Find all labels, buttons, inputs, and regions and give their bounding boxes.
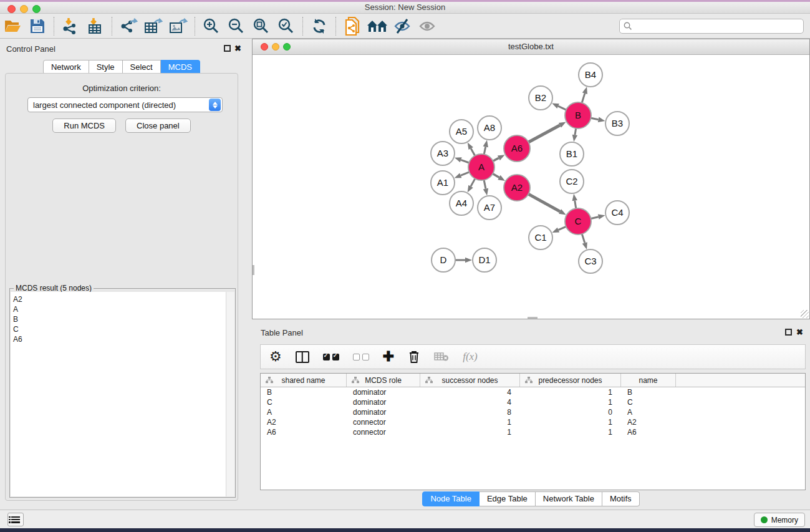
tab-node-table[interactable]: Node Table bbox=[422, 491, 480, 506]
select-all-checkboxes-icon[interactable] bbox=[323, 354, 339, 360]
graph-edge[interactable] bbox=[493, 158, 499, 161]
table-cell[interactable]: dominator bbox=[347, 387, 420, 397]
float-panel-icon[interactable] bbox=[224, 45, 231, 52]
table-cell[interactable]: A bbox=[261, 407, 347, 417]
close-panel-icon[interactable]: ✖ bbox=[234, 44, 241, 53]
table-row[interactable]: Cdominator41C bbox=[261, 397, 805, 407]
column-header[interactable]: predecessor nodes bbox=[520, 374, 621, 387]
memory-button[interactable]: Memory bbox=[754, 513, 805, 527]
table-cell[interactable]: 1 bbox=[520, 417, 621, 427]
export-image-icon[interactable] bbox=[166, 16, 191, 37]
tab-edge-table[interactable]: Edge Table bbox=[480, 491, 536, 506]
graph-edge[interactable] bbox=[582, 94, 585, 103]
delete-table-icon[interactable] bbox=[434, 352, 449, 362]
table-cell[interactable]: connector bbox=[347, 417, 420, 427]
table-cell[interactable]: C bbox=[621, 397, 676, 407]
graph-edge[interactable] bbox=[575, 128, 576, 135]
network-canvas[interactable]: B4B2BB3B1A6A5A8A3AA1A4A7A2C2CC4C1C3DD1 bbox=[253, 55, 809, 319]
table-cell[interactable]: A6 bbox=[261, 427, 347, 437]
table-cell[interactable]: dominator bbox=[347, 397, 420, 407]
zoom-out-icon[interactable] bbox=[224, 16, 249, 37]
function-builder-icon[interactable]: f(x) bbox=[463, 351, 478, 363]
zoom-fit-icon[interactable] bbox=[249, 16, 274, 37]
graph-edge[interactable] bbox=[558, 106, 566, 110]
table-cell[interactable]: A2 bbox=[621, 417, 676, 427]
export-network-icon[interactable] bbox=[116, 16, 141, 37]
table-row[interactable]: A6connector11A6 bbox=[261, 427, 805, 437]
table-cell[interactable]: connector bbox=[347, 427, 420, 437]
close-panel-button[interactable]: Close panel bbox=[125, 118, 191, 133]
graph-edge[interactable] bbox=[591, 217, 598, 219]
table-row[interactable]: Bdominator41B bbox=[261, 387, 805, 397]
graph-edge[interactable] bbox=[493, 174, 499, 178]
table-cell[interactable]: B bbox=[261, 387, 347, 397]
list-item[interactable]: B bbox=[13, 314, 234, 324]
graph-edge[interactable] bbox=[484, 147, 485, 154]
run-mcds-button[interactable]: Run MCDS bbox=[52, 118, 116, 133]
list-item[interactable]: A2 bbox=[13, 294, 234, 304]
graph-edge[interactable] bbox=[528, 194, 560, 211]
split-column-icon[interactable] bbox=[296, 351, 309, 363]
column-header[interactable]: successor nodes bbox=[420, 374, 520, 387]
table-cell[interactable]: 1 bbox=[420, 427, 520, 437]
tab-motifs[interactable]: Motifs bbox=[602, 491, 640, 506]
export-table-icon[interactable] bbox=[141, 16, 166, 37]
zoom-selected-icon[interactable] bbox=[274, 16, 299, 37]
table-cell[interactable]: B bbox=[621, 387, 676, 397]
list-item[interactable]: A6 bbox=[13, 334, 234, 344]
graph-edge[interactable] bbox=[484, 180, 486, 189]
import-network-icon[interactable] bbox=[58, 16, 83, 37]
gear-icon[interactable]: ⚙ bbox=[269, 350, 282, 364]
criterion-dropdown[interactable]: largest connected component (directed) bbox=[27, 97, 223, 112]
float-panel-icon[interactable] bbox=[785, 329, 792, 336]
vertical-scrollbar-thumb[interactable] bbox=[253, 265, 254, 275]
table-cell[interactable]: 4 bbox=[420, 397, 520, 407]
show-all-icon[interactable] bbox=[415, 16, 440, 37]
zoom-in-icon[interactable] bbox=[199, 16, 224, 37]
search-field[interactable] bbox=[619, 19, 804, 34]
graph-edge[interactable] bbox=[575, 201, 576, 209]
table-cell[interactable]: 8 bbox=[420, 407, 520, 417]
open-folder-icon[interactable] bbox=[0, 16, 25, 37]
list-item[interactable]: C bbox=[13, 324, 234, 334]
first-neighbors-icon[interactable] bbox=[365, 16, 390, 37]
graph-edge[interactable] bbox=[461, 172, 470, 176]
table-cell[interactable]: A6 bbox=[621, 427, 676, 437]
table-row[interactable]: A2connector11A2 bbox=[261, 417, 805, 427]
table-cell[interactable]: 0 bbox=[520, 407, 621, 417]
table-cell[interactable]: 1 bbox=[420, 417, 520, 427]
table-cell[interactable]: 1 bbox=[520, 427, 621, 437]
list-item[interactable]: A bbox=[13, 304, 234, 314]
table-cell[interactable]: C bbox=[261, 397, 347, 407]
close-panel-icon[interactable]: ✖ bbox=[796, 327, 803, 337]
table-cell[interactable]: 1 bbox=[520, 387, 621, 397]
resize-grip[interactable] bbox=[801, 310, 809, 318]
table-cell[interactable]: A bbox=[621, 407, 676, 417]
add-column-icon[interactable]: ✚ bbox=[383, 350, 394, 364]
tab-network-table[interactable]: Network Table bbox=[536, 491, 602, 506]
column-header[interactable]: name bbox=[621, 374, 676, 387]
graph-edge[interactable] bbox=[471, 178, 475, 186]
graph-edge[interactable] bbox=[528, 125, 560, 142]
hide-selected-icon[interactable] bbox=[390, 16, 415, 37]
scrollbar-track[interactable] bbox=[226, 292, 234, 496]
horizontal-scrollbar-thumb[interactable] bbox=[528, 317, 538, 319]
search-input[interactable] bbox=[635, 22, 803, 31]
save-icon[interactable] bbox=[25, 16, 50, 37]
delete-column-icon[interactable] bbox=[408, 350, 420, 364]
graph-edge[interactable] bbox=[582, 234, 584, 243]
show-panels-button[interactable] bbox=[7, 513, 24, 526]
table-cell[interactable]: dominator bbox=[347, 407, 420, 417]
column-header[interactable]: MCDS role bbox=[347, 374, 420, 387]
new-network-from-selection-icon[interactable] bbox=[340, 16, 365, 37]
table-cell[interactable]: A2 bbox=[261, 417, 347, 427]
graph-edge[interactable] bbox=[461, 160, 469, 163]
graph-edge[interactable] bbox=[558, 226, 566, 230]
deselect-all-checkboxes-icon[interactable] bbox=[353, 354, 369, 360]
table-row[interactable]: Adominator80A bbox=[261, 407, 805, 417]
table-cell[interactable]: 1 bbox=[520, 397, 621, 407]
column-header[interactable]: shared name bbox=[261, 374, 347, 387]
graph-edge[interactable] bbox=[471, 148, 475, 156]
refresh-icon[interactable] bbox=[307, 16, 332, 37]
table-cell[interactable]: 4 bbox=[420, 387, 520, 397]
